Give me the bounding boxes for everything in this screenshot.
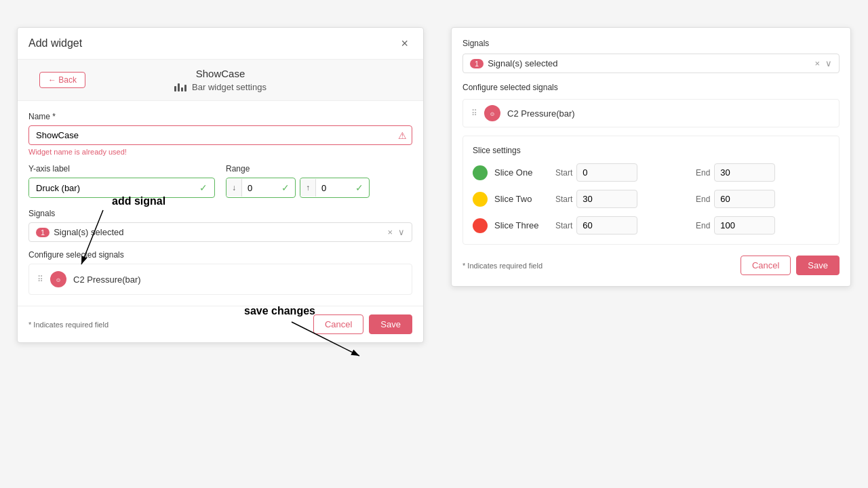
back-button[interactable]: ← Back [39,72,85,88]
chevron-down-icon[interactable]: ∨ [398,227,405,237]
cancel-button[interactable]: Cancel [313,314,363,334]
yaxis-check-icon: ✓ [193,178,214,197]
right-signals-text: 1 Signal(s) selected [470,58,814,68]
signals-section: Signals 1 Signal(s) selected × ∨ [28,209,412,242]
range-min-check-icon: ✓ [276,178,295,197]
showcase-title: ShowCase [196,68,245,79]
name-input-wrapper: ⚠ [28,125,412,145]
right-signals-actions: × ∨ [814,58,832,68]
right-signal-name: C2 Pressure(bar) [507,108,575,119]
signals-label: Signals [28,209,412,218]
range-col: Range ↓ ✓ ↑ ✓ [226,164,412,198]
signals-dropdown-text: 1 Signal(s) selected [36,227,387,237]
slice-two-end-group: End [696,190,829,208]
yaxis-label: Y-axis label [28,164,215,174]
bar-chart-icon [174,83,186,92]
range-min-group: ↓ ✓ [226,178,296,198]
required-note: * Indicates required field [28,321,108,329]
slice-three-start-group: Start [555,216,689,235]
yaxis-range-row: Y-axis label ✓ Range ↓ ✓ [28,164,412,198]
bar-widget-label: Bar widget settings [192,82,267,92]
slice-row-one: Slice One Start End [473,163,829,182]
slice-two-name: Slice Two [494,194,549,204]
right-signal-row: ⠿ ⌾ C2 Pressure(bar) [462,99,840,127]
slice-three-end-input[interactable] [714,216,775,235]
showcase-header-inner: ← Back ShowCase Bar widget settings [28,68,412,92]
slice-one-end-label: End [696,168,710,178]
slice-two-dot [473,192,488,207]
signals-selected-text: Signal(s) selected [54,227,123,237]
slice-two-start-group: Start [555,190,689,208]
slice-two-end-input[interactable] [714,190,775,208]
right-drag-handle-icon[interactable]: ⠿ [471,108,477,118]
slice-one-start-input[interactable] [576,163,637,182]
right-save-button[interactable]: Save [796,256,840,275]
slice-two-end-label: End [696,195,710,204]
slice-three-dot [473,218,488,233]
right-signals-selected-text: Signal(s) selected [488,58,557,68]
range-inputs: ↓ ✓ ↑ ✓ [226,178,412,198]
right-chevron-icon[interactable]: ∨ [825,58,832,68]
configure-selected-label: Configure selected signals [462,83,840,92]
dialog-title: Add widget [28,37,82,49]
add-widget-dialog: Add widget × ← Back ShowCase [17,27,424,343]
configure-label: Configure selected signals [28,250,412,260]
slice-one-start-label: Start [555,168,572,178]
slice-three-end-label: End [696,221,710,230]
footer-buttons: Cancel Save [313,314,412,334]
name-label: Name * [28,112,412,121]
right-required-note: * Indicates required field [462,262,542,270]
signal-icon: ⌾ [50,271,66,287]
back-label: ← Back [48,75,77,85]
showcase-header: ← Back ShowCase Bar widget settings [18,60,423,101]
slice-three-start-input[interactable] [576,216,637,235]
slice-two-start-input[interactable] [576,190,637,208]
name-input[interactable] [28,125,412,145]
signals-dropdown-actions: × ∨ [387,227,405,237]
slice-settings-box: Slice settings Slice One Start End Slice… [462,136,840,245]
warning-icon: ⚠ [398,130,407,141]
right-signal-wave-icon: ⌾ [490,110,494,117]
right-cancel-button[interactable]: Cancel [741,256,791,275]
slice-three-name: Slice Three [494,220,549,230]
yaxis-input-group: ✓ [28,178,215,198]
right-signal-icon: ⌾ [484,105,500,121]
slice-three-start-label: Start [555,221,572,230]
clear-signals-icon[interactable]: × [387,227,393,237]
right-signals-dropdown[interactable]: 1 Signal(s) selected × ∨ [462,54,840,73]
name-error-text: Widget name is already used! [28,148,412,156]
range-min-icon: ↓ [226,179,242,197]
save-button[interactable]: Save [369,314,412,334]
range-max-icon: ↑ [300,179,316,197]
slice-row-two: Slice Two Start End [473,190,829,208]
slice-three-end-group: End [696,216,829,235]
range-max-check-icon: ✓ [350,178,369,197]
slice-one-end-group: End [696,163,829,182]
dialog-header: Add widget × [18,28,423,60]
right-signals-label: Signals [462,39,840,48]
signal-wave-icon: ⌾ [56,276,60,283]
slice-one-end-input[interactable] [714,163,775,182]
right-panel: Signals 1 Signal(s) selected × ∨ Configu… [451,27,851,287]
panel-body: Name * ⚠ Widget name is already used! Y-… [18,101,423,306]
range-min-input[interactable] [242,179,276,197]
slice-one-dot [473,165,488,180]
configure-section: Configure selected signals ⠿ ⌾ C2 Pressu… [28,250,412,295]
right-clear-icon[interactable]: × [814,58,820,68]
range-max-group: ↑ ✓ [300,178,370,198]
drag-handle-icon[interactable]: ⠿ [37,274,43,284]
slice-one-start-group: Start [555,163,689,182]
slice-one-name: Slice One [494,167,549,178]
signals-dropdown[interactable]: 1 Signal(s) selected × ∨ [28,222,412,242]
right-footer-buttons: Cancel Save [741,256,840,275]
close-button[interactable]: × [397,36,412,51]
right-footer: * Indicates required field Cancel Save [462,256,840,275]
right-signals-badge: 1 [470,59,484,68]
slice-row-three: Slice Three Start End [473,216,829,235]
signal-row: ⠿ ⌾ C2 Pressure(bar) [28,264,412,295]
yaxis-col: Y-axis label ✓ [28,164,215,198]
showcase-subtitle: Bar widget settings [174,82,267,92]
yaxis-input[interactable] [29,179,193,197]
range-max-input[interactable] [316,179,350,197]
slice-two-start-label: Start [555,195,572,204]
